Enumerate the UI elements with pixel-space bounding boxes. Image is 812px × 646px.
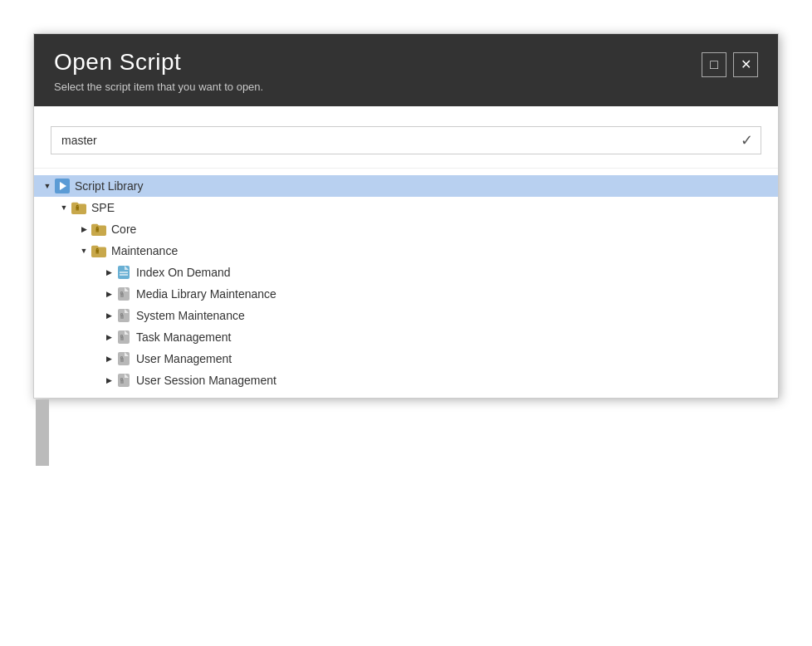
tree-node-system-maintenance: System Maintenance (34, 305, 778, 326)
toggle-system-maintenance[interactable] (102, 309, 115, 322)
index-on-demand-icon (115, 264, 132, 281)
tree-row-user-management[interactable]: User Management (34, 348, 778, 369)
tree-node-media-library-maintenance: Media Library Maintenance (34, 283, 778, 305)
toggle-maintenance[interactable] (77, 244, 90, 257)
tree-node-core: Core (34, 218, 778, 240)
tree-node-script-library: Script Library (34, 175, 778, 391)
scrollbar-thumb[interactable] (36, 399, 49, 466)
tree-scroll[interactable]: Script Library (34, 169, 778, 398)
toggle-spe[interactable] (57, 201, 71, 214)
dialog-header-buttons: □ ✕ (702, 52, 758, 77)
toggle-media-library-maintenance[interactable] (102, 287, 115, 301)
user-management-icon (115, 350, 132, 367)
toggle-task-management[interactable] (102, 330, 115, 344)
tree-node-user-management: User Management (34, 348, 778, 369)
maximize-button[interactable]: □ (702, 52, 726, 77)
tree-label-user-management: User Management (136, 352, 232, 365)
tree-label-maintenance: Maintenance (111, 244, 178, 257)
dialog-subtitle: Select the script item that you want to … (54, 81, 263, 93)
system-maintenance-icon (115, 307, 132, 324)
tree-label-system-maintenance: System Maintenance (136, 309, 245, 322)
toggle-user-session-management[interactable] (102, 374, 115, 387)
tree-row-script-library[interactable]: Script Library (34, 175, 778, 197)
tree-row-media-library-maintenance[interactable]: Media Library Maintenance (34, 283, 778, 305)
tree-row-system-maintenance[interactable]: System Maintenance (34, 305, 778, 326)
tree-label-spe: SPE (91, 201, 115, 214)
dropdown-container: master ✓ (51, 126, 761, 154)
toggle-index-on-demand[interactable] (102, 266, 115, 279)
core-icon (90, 221, 107, 237)
tree-row-task-management[interactable]: Task Management (34, 326, 778, 348)
tree-node-spe: SPE (34, 197, 778, 391)
dialog-header: Open Script Select the script item that … (34, 34, 778, 106)
tree-label-index-on-demand: Index On Demand (136, 266, 231, 279)
tree-node-task-management: Task Management (34, 326, 778, 348)
tree-row-core[interactable]: Core (34, 218, 778, 240)
script-library-icon (54, 178, 71, 194)
tree-node-user-session-management: User Session Management (34, 369, 778, 391)
user-session-management-icon (115, 372, 132, 389)
tree-node-index-on-demand: Index On Demand (34, 262, 778, 283)
toggle-script-library[interactable] (41, 179, 54, 193)
tree-area: Script Library (34, 168, 778, 398)
dialog-title: Open Script (54, 49, 263, 76)
close-button[interactable]: ✕ (733, 52, 758, 77)
dialog-body: master ✓ (34, 106, 778, 398)
spe-icon (71, 199, 87, 216)
task-management-icon (115, 329, 132, 345)
tree-row-index-on-demand[interactable]: Index On Demand (34, 262, 778, 283)
toggle-user-management[interactable] (102, 352, 115, 365)
tree-label-core: Core (111, 223, 136, 236)
tree-row-user-session-management[interactable]: User Session Management (34, 369, 778, 391)
tree-label-user-session-management: User Session Management (136, 374, 276, 387)
toggle-core[interactable] (77, 223, 90, 236)
tree-label-media-library-maintenance: Media Library Maintenance (136, 287, 276, 301)
maintenance-icon (90, 242, 107, 259)
tree-label-script-library: Script Library (75, 179, 143, 193)
branch-dropdown[interactable]: master (51, 126, 761, 154)
open-script-dialog: Open Script Select the script item that … (33, 33, 779, 399)
dialog-header-text: Open Script Select the script item that … (54, 49, 263, 93)
tree-row-maintenance[interactable]: Maintenance (34, 240, 778, 262)
tree-row-spe[interactable]: SPE (34, 197, 778, 218)
tree-node-maintenance: Maintenance (34, 240, 778, 391)
media-library-maintenance-icon (115, 286, 132, 302)
tree-label-task-management: Task Management (136, 330, 231, 344)
dropdown-wrapper: master ✓ (34, 126, 778, 168)
